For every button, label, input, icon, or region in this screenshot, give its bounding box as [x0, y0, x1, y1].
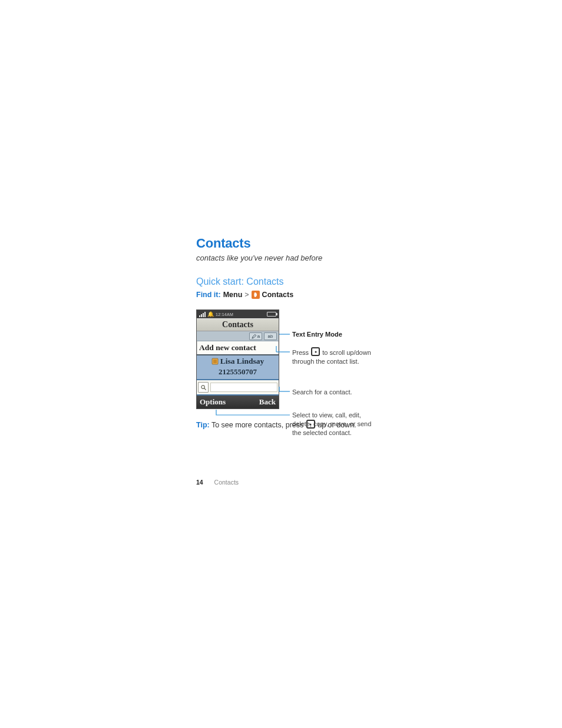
callout-options: Select to view, call, edit, delete, copy… [292, 411, 381, 437]
svg-point-2 [201, 385, 204, 388]
softkey-back[interactable]: Back [259, 397, 276, 407]
contacts-icon [252, 291, 260, 299]
signal-icon [199, 312, 206, 317]
content-block: Contacts contacts like you've never had … [196, 236, 503, 429]
contact-name: Lisa Lindsay [220, 357, 265, 366]
find-it-label: Find it: [196, 291, 221, 299]
page-subtitle: contacts like you've never had before [196, 253, 503, 262]
page-footer: 14 Contacts [196, 479, 239, 486]
dpad-icon [311, 347, 320, 356]
footer-section: Contacts [214, 479, 239, 486]
manual-page: Contacts contacts like you've never had … [0, 0, 562, 728]
contact-number: 2125550707 [199, 367, 276, 377]
battery-icon [267, 312, 276, 317]
callout-text-entry-mode: Text Entry Mode [292, 330, 342, 339]
search-row [197, 380, 279, 396]
find-it-contacts: Contacts [262, 291, 293, 299]
page-title: Contacts [196, 236, 503, 251]
bell-icon: 🔔 [207, 312, 214, 317]
screen-title: Contacts [197, 318, 279, 331]
sim-card-icon [211, 358, 219, 365]
search-button[interactable] [198, 382, 209, 393]
callout-scroll: Press to scroll up/down through the cont… [292, 347, 381, 366]
edit-mode-chip-label: a [257, 334, 260, 339]
svg-line-3 [204, 388, 206, 390]
softkey-bar: Options Back [197, 396, 279, 409]
status-bar: 🔔 12:14AM [197, 310, 279, 318]
abc-mode-chip[interactable]: ab [264, 332, 277, 340]
figure-row: 🔔 12:14AM Contacts a ab Add new contact [196, 309, 503, 409]
find-it-menu: Menu [223, 291, 243, 299]
add-new-contact-row[interactable]: Add new contact [197, 341, 279, 355]
section-heading: Quick start: Contacts [196, 276, 503, 287]
text-mode-bar: a ab [197, 331, 279, 341]
phone-mockup: 🔔 12:14AM Contacts a ab Add new contact [196, 309, 279, 409]
breadcrumb-separator: > [244, 291, 249, 299]
edit-mode-chip[interactable]: a [249, 332, 262, 340]
dpad-icon [306, 420, 315, 429]
contact-row-selected[interactable]: Lisa Lindsay 2125550707 [197, 355, 279, 380]
callout-scroll-a: Press [292, 349, 309, 356]
callout-search: Search for a contact. [292, 388, 352, 397]
tip-label: Tip: [196, 421, 210, 429]
find-it-path: Find it: Menu > Contacts [196, 291, 503, 299]
softkey-options[interactable]: Options [200, 397, 226, 407]
magnifier-icon [200, 384, 207, 391]
page-number: 14 [196, 479, 203, 486]
svg-rect-1 [213, 360, 217, 363]
status-time: 12:14AM [216, 312, 233, 317]
search-input[interactable] [210, 383, 277, 392]
